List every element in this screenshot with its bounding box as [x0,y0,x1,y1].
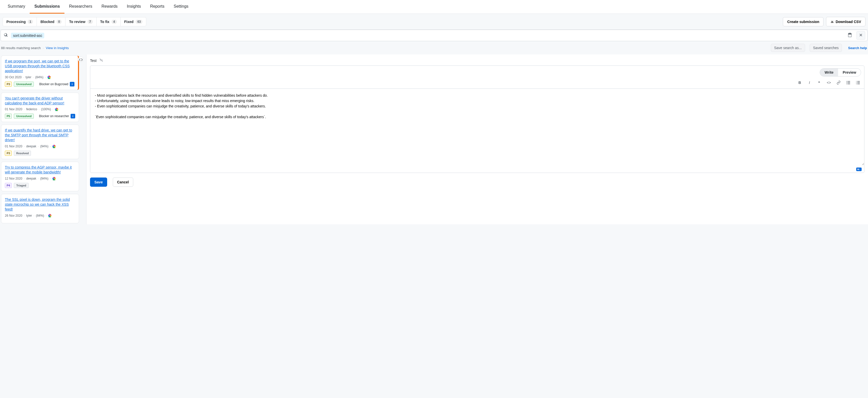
tab-reports[interactable]: Reports [146,0,169,13]
severity-icon [55,108,58,111]
severity-icon [52,145,56,148]
submission-title[interactable]: If we program the port, we can get to th… [5,59,74,73]
detail-title: Test [90,59,97,63]
svg-text:3: 3 [856,83,857,85]
visibility-off-icon [99,58,103,63]
search-token[interactable]: sort:submitted-asc [11,33,44,38]
svg-point-0 [846,81,847,82]
create-submission-button[interactable]: Create submission [783,17,824,26]
filter-processing[interactable]: Processing1 [3,17,37,26]
tab-insights[interactable]: Insights [122,0,146,13]
search-help-link[interactable]: Search help [848,46,867,50]
priority-badge: P3 [5,151,12,156]
submission-card[interactable]: You can't generate the driver without ca… [1,93,79,122]
tab-submissions[interactable]: Submissions [30,0,64,13]
status-badge: Triaged [14,183,28,188]
cancel-button[interactable]: Cancel [113,178,133,187]
link-icon[interactable] [836,81,841,86]
markdown-badge: M↓ [856,167,862,171]
severity-icon [52,177,56,180]
tab-settings[interactable]: Settings [169,0,193,13]
submission-title[interactable]: You can't generate the driver without ca… [5,96,75,105]
tab-rewards[interactable]: Rewards [97,0,122,13]
download-icon [830,20,834,24]
search-icon [3,33,9,38]
bold-icon[interactable]: B [797,81,802,86]
numbered-list-icon[interactable]: 123 [856,81,861,86]
submission-percent: (84%) [35,75,43,79]
submission-percent: (84%) [36,214,44,217]
filter-fixed[interactable]: Fixed63 [120,17,147,26]
quote-icon[interactable]: ❝ [816,81,822,86]
status-badge: Resolved [14,151,31,156]
top-nav: SummarySubmissionsResearchersRewardsInsi… [0,0,868,14]
submission-card[interactable]: The SSL pixel is down, program the solid… [1,194,79,223]
submission-title[interactable]: Try to compress the AGP sensor, maybe it… [5,165,75,175]
status-badge: Unresolved [14,114,34,119]
filter-blocked[interactable]: Blocked0 [37,17,65,26]
svg-rect-1 [847,81,850,82]
blocker-text: Blocker on researcher i [39,114,75,118]
priority-badge: P4 [5,183,12,188]
search-input[interactable] [46,32,843,39]
submission-percent: (94%) [40,177,48,180]
collapse-list-button[interactable]: ❮❯ [78,57,84,62]
submission-detail: Test Write Preview B I ❝ <> [86,55,868,224]
create-label: Create submission [787,20,819,24]
submission-title[interactable]: If we quantify the hard drive, we can ge… [5,128,75,143]
severity-icon [48,214,52,217]
download-csv-button[interactable]: Download CSV [826,17,865,26]
calendar-button[interactable] [845,31,855,40]
submission-author: deepak [26,145,36,148]
download-label: Download CSV [836,20,861,24]
search-bar: sort:submitted-asc [1,30,867,41]
clear-search-button[interactable] [857,31,865,40]
svg-rect-8 [857,84,860,84]
info-icon: i [70,82,74,87]
svg-point-4 [846,84,847,84]
submission-date: 26 Nov 2020 [5,214,22,217]
submission-date: 01 Nov 2020 [5,145,22,148]
svg-point-2 [846,82,847,83]
italic-icon[interactable]: I [807,81,812,86]
tab-summary[interactable]: Summary [3,0,30,13]
submission-card[interactable]: If we quantify the hard drive, we can ge… [1,125,79,159]
bullet-list-icon[interactable] [846,81,851,86]
submission-author: tyler [26,214,32,217]
code-icon[interactable]: <> [826,81,831,86]
editor: Write Preview B I ❝ <> 123 [90,65,864,173]
submission-card[interactable]: If we program the port, we can get to th… [1,56,79,90]
save-search-as-button[interactable]: Save search as... [771,44,805,52]
svg-rect-5 [847,84,850,84]
status-badge: Unresolved [14,82,34,87]
results-meta: 88 results matching search · View in Ins… [0,41,868,55]
submission-title[interactable]: The SSL pixel is down, program the solid… [5,197,75,212]
svg-rect-6 [857,81,860,82]
severity-icon [47,75,51,79]
filter-bar: Processing1Blocked0To review7To fix4Fixe… [0,14,868,30]
view-in-insights-link[interactable]: View in Insights [46,46,69,50]
save-button[interactable]: Save [90,178,107,187]
priority-badge: P3 [5,82,12,87]
write-tab[interactable]: Write [820,68,838,76]
results-count: 88 results matching search [1,46,41,50]
editor-toolbar: B I ❝ <> 123 [90,79,864,89]
submission-card[interactable]: Try to compress the AGP sensor, maybe it… [1,162,79,191]
submissions-list: If we program the port, we can get to th… [0,55,81,224]
saved-searches-button[interactable]: Saved searches [810,44,842,52]
submission-percent: (94%) [40,145,48,148]
tab-researchers[interactable]: Researchers [64,0,97,13]
svg-rect-7 [857,82,860,83]
submission-author: federico [26,108,37,111]
info-icon: i [70,114,75,118]
submission-date: 01 Nov 2020 [5,108,22,111]
filter-to-review[interactable]: To review7 [65,17,96,26]
main-content: If we program the port, we can get to th… [0,55,868,224]
submission-author: tyler [26,75,31,79]
priority-badge: P5 [5,114,12,119]
preview-tab[interactable]: Preview [838,68,861,76]
submission-percent: (100%) [41,108,51,111]
editor-textarea[interactable] [90,89,864,165]
blocker-text: Blocker on Bugcrowd i [39,82,74,87]
filter-to-fix[interactable]: To fix4 [96,17,121,26]
